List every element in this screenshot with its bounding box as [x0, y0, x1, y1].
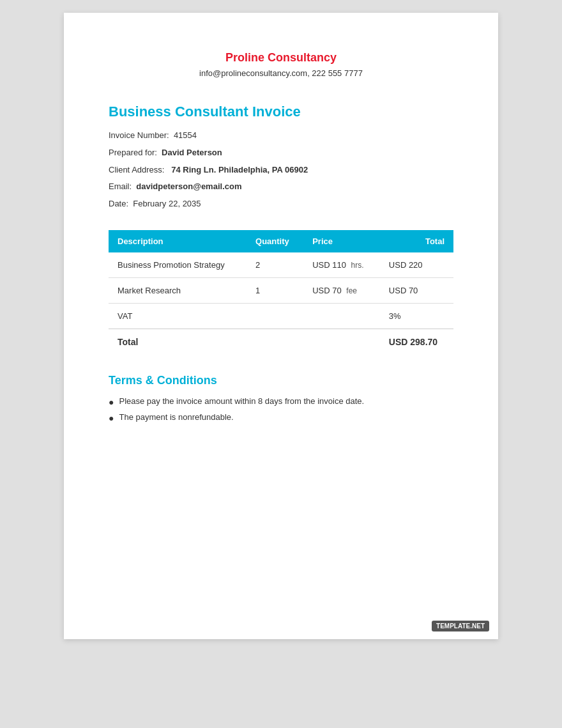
- col-header-quantity: Quantity: [247, 230, 303, 252]
- invoice-title: Business Consultant Invoice: [109, 104, 453, 120]
- cell-total: USD 70: [380, 277, 453, 303]
- terms-item: The payment is nonrefundable.: [109, 412, 453, 423]
- cell-unit: fee: [346, 286, 357, 295]
- cell-total: 3%: [380, 303, 453, 329]
- terms-item: Please pay the invoice amount within 8 d…: [109, 396, 453, 407]
- terms-section: Terms & Conditions Please pay the invoic…: [109, 374, 453, 423]
- cell-quantity: [247, 303, 303, 329]
- client-address-value: 74 Ring Ln. Philadelphia, PA 06902: [171, 165, 308, 174]
- invoice-number-label: Invoice Number:: [109, 130, 169, 140]
- prepared-for-label: Prepared for:: [109, 148, 157, 157]
- cell-description: Market Research: [109, 277, 247, 303]
- table-header-row: Description Quantity Price Total: [109, 230, 453, 252]
- cell-quantity: 1: [247, 277, 303, 303]
- watermark: TEMPLATE.NET: [432, 621, 489, 631]
- table-total-row: TotalUSD 298.70: [109, 329, 453, 355]
- invoice-details: Invoice Number: 41554 Prepared for: Davi…: [109, 129, 453, 211]
- cell-price: USD 110 hrs.: [303, 252, 380, 278]
- invoice-number-value: 41554: [174, 130, 197, 140]
- client-address-label: Client Address:: [109, 165, 164, 174]
- cell-unit: hrs.: [351, 261, 364, 270]
- prepared-for-value: David Peterson: [162, 148, 222, 157]
- table-row: VAT3%: [109, 303, 453, 329]
- client-address-row: Client Address: 74 Ring Ln. Philadelphia…: [109, 164, 453, 177]
- cell-total: USD 220: [380, 252, 453, 278]
- invoice-number-row: Invoice Number: 41554: [109, 129, 453, 143]
- col-header-description: Description: [109, 230, 247, 252]
- company-name: Proline Consultancy: [109, 51, 453, 65]
- invoice-page: Proline Consultancy info@prolineconsulta…: [64, 13, 498, 639]
- col-header-total: Total: [380, 230, 453, 252]
- email-value: davidpeterson@email.com: [136, 182, 241, 191]
- company-contact: info@prolineconsultancy.com, 222 555 777…: [109, 68, 453, 78]
- header-section: Proline Consultancy info@prolineconsulta…: [109, 51, 453, 78]
- cell-description: Business Promotion Strategy: [109, 252, 247, 278]
- prepared-for-row: Prepared for: David Peterson: [109, 146, 453, 160]
- invoice-table: Description Quantity Price Total Busines…: [109, 230, 453, 355]
- terms-list: Please pay the invoice amount within 8 d…: [109, 396, 453, 423]
- date-value: February 22, 2035: [133, 199, 201, 208]
- total-value: USD 298.70: [380, 329, 453, 355]
- cell-description: VAT: [109, 303, 247, 329]
- terms-title: Terms & Conditions: [109, 374, 453, 387]
- date-row: Date: February 22, 2035: [109, 197, 453, 211]
- col-header-price: Price: [303, 230, 380, 252]
- cell-price: USD 70 fee: [303, 277, 380, 303]
- table-row: Business Promotion Strategy2USD 110 hrs.…: [109, 252, 453, 278]
- cell-price: [303, 303, 380, 329]
- cell-quantity: 2: [247, 252, 303, 278]
- table-row: Market Research1USD 70 feeUSD 70: [109, 277, 453, 303]
- total-label: Total: [109, 329, 380, 355]
- email-label: Email:: [109, 182, 132, 191]
- email-row: Email: davidpeterson@email.com: [109, 180, 453, 194]
- date-label: Date:: [109, 199, 128, 208]
